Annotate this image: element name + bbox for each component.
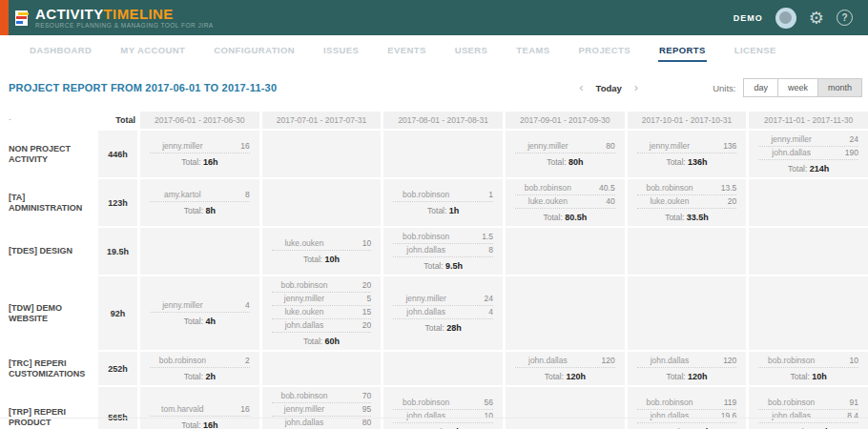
- user-entry: jenny.miller136: [637, 140, 737, 153]
- user-hours: 120: [702, 356, 736, 366]
- user-hours: 80: [337, 418, 371, 428]
- user-entry: jenny.miller4: [150, 299, 250, 313]
- period-cell-2: bob.robinson56john.dallas10Total: 66h: [383, 387, 503, 429]
- user-name: amy.kartol: [150, 190, 216, 200]
- app-window: ACTIVITYTIMELINE RESOURCE PLANNING & MAN…: [0, 0, 868, 429]
- app-logo[interactable]: ACTIVITYTIMELINE RESOURCE PLANNING & MAN…: [15, 7, 214, 30]
- nav-item-projects[interactable]: PROJECTS: [578, 39, 631, 62]
- user-entry: jenny.miller24: [758, 133, 858, 147]
- user-name: bob.robinson: [515, 183, 581, 194]
- user-hours: 5: [337, 294, 371, 304]
- period-cell-5: [749, 228, 868, 275]
- today-button[interactable]: Today: [596, 83, 622, 93]
- user-hours: 1.5: [459, 232, 493, 242]
- prev-period-icon[interactable]: ‹: [579, 83, 583, 92]
- user-entry: john.dallas10: [393, 410, 493, 423]
- cell-total: Total: 28h: [393, 319, 493, 334]
- user-name: jenny.miller: [637, 141, 703, 152]
- project-total: 446h: [98, 131, 137, 177]
- user-avatar[interactable]: [775, 8, 796, 29]
- period-cell-4: john.dallas120Total: 120h: [628, 352, 747, 385]
- user-entry: bob.robinson13.5: [637, 182, 737, 195]
- user-hours: 40: [581, 196, 615, 207]
- settings-gear-icon[interactable]: ⚙: [809, 10, 824, 27]
- period-header-3: 2017-09-01 - 2017-09-30: [506, 112, 625, 129]
- user-hours: 120: [581, 356, 615, 366]
- nav-item-teams[interactable]: TEAMS: [515, 39, 550, 62]
- period-cell-5: bob.robinson91john.dallas8.4Total: 99.4h: [749, 387, 868, 429]
- user-name: john.dallas: [272, 418, 338, 428]
- nav-item-issues[interactable]: ISSUES: [322, 39, 360, 62]
- user-name: john.dallas: [758, 148, 824, 158]
- user-name: john.dallas: [637, 356, 703, 366]
- user-entry: john.dallas120: [637, 355, 737, 368]
- cell-total: Total: 138.6h: [637, 423, 737, 429]
- project-total: 252h: [98, 352, 137, 385]
- user-name: john.dallas: [393, 245, 459, 255]
- user-name: bob.robinson: [393, 190, 459, 200]
- user-hours: 1: [459, 190, 493, 200]
- period-cell-3: john.dallas120Total: 120h: [506, 352, 625, 385]
- user-name: bob.robinson: [393, 398, 459, 408]
- user-entry: luke.ouken15: [272, 306, 372, 319]
- user-name: bob.robinson: [637, 398, 703, 408]
- user-name: luke.ouken: [637, 196, 703, 207]
- user-name: luke.ouken: [272, 307, 338, 317]
- table-corner: -: [0, 112, 95, 129]
- user-entry: bob.robinson2: [150, 355, 250, 368]
- user-hours: 20: [337, 320, 371, 331]
- user-entry: bob.robinson70: [272, 390, 372, 403]
- user-hours: 10: [824, 356, 858, 366]
- user-name: jenny.miller: [150, 300, 216, 311]
- avatar-placeholder-icon: [779, 11, 792, 24]
- nav-item-configuration[interactable]: CONFIGURATION: [213, 39, 296, 62]
- unit-button-month[interactable]: month: [817, 78, 862, 97]
- help-icon[interactable]: ?: [837, 10, 853, 26]
- nav-item-reports[interactable]: REPORTS: [658, 39, 707, 62]
- accent-strip: [0, 0, 9, 35]
- nav-item-events[interactable]: EVENTS: [386, 39, 426, 62]
- cell-total: Total: 9.5h: [393, 257, 493, 272]
- user-name: john.dallas: [515, 356, 581, 366]
- user-hours: 24: [459, 294, 493, 304]
- user-entry: john.dallas120: [515, 355, 615, 368]
- period-cell-4: jenny.miller136Total: 136h: [628, 131, 747, 177]
- user-hours: 10: [337, 238, 371, 249]
- period-cell-5: bob.robinson10Total: 10h: [749, 352, 868, 385]
- user-name: jenny.miller: [272, 294, 338, 304]
- nav-item-users[interactable]: USERS: [454, 39, 489, 62]
- cell-total: Total: 10h: [758, 368, 858, 382]
- project-name: [TDES] DESIGN: [0, 228, 95, 275]
- cell-total: Total: 33.5h: [637, 209, 737, 223]
- nav-item-my-account[interactable]: MY ACCOUNT: [119, 39, 186, 62]
- period-cell-0: [140, 228, 259, 275]
- period-cell-3: [506, 387, 625, 429]
- project-total: 19.5h: [98, 228, 137, 275]
- user-entry: john.dallas8.4: [758, 410, 858, 423]
- project-total: 565h: [98, 387, 137, 429]
- user-entry: jenny.miller80: [515, 140, 615, 153]
- period-header-4: 2017-10-01 - 2017-10-31: [628, 112, 747, 129]
- period-cell-1: bob.robinson20jenny.miller5luke.ouken15j…: [262, 276, 382, 350]
- unit-buttons: dayweekmonth: [744, 78, 862, 97]
- unit-button-day[interactable]: day: [743, 78, 778, 97]
- period-cell-1: luke.ouken10Total: 10h: [262, 228, 382, 275]
- page-title: PROJECT REPORT FROM 2017-06-01 TO 2017-1…: [9, 82, 277, 93]
- user-entry: john.dallas19.6: [637, 410, 737, 423]
- nav-item-dashboard[interactable]: DASHBOARD: [29, 39, 93, 62]
- user-name: john.dallas: [393, 307, 459, 317]
- period-header-5: 2017-11-01 - 2017-11-30: [749, 112, 868, 129]
- unit-button-week[interactable]: week: [777, 78, 818, 97]
- nav-item-license[interactable]: LICENSE: [734, 39, 777, 62]
- brand: ACTIVITYTIMELINE RESOURCE PLANNING & MAN…: [35, 7, 214, 30]
- period-cell-4: bob.robinson119john.dallas19.6Total: 138…: [628, 387, 747, 429]
- period-cell-1: bob.robinson70jenny.miller95john.dallas8…: [262, 387, 382, 429]
- next-period-icon[interactable]: ›: [634, 83, 638, 92]
- period-cell-3: [506, 228, 625, 275]
- top-right-cluster: DEMO ⚙ ?: [734, 8, 853, 29]
- user-entry: bob.robinson1.5: [393, 231, 493, 244]
- user-name: bob.robinson: [272, 391, 338, 401]
- cell-total: Total: 2h: [150, 368, 250, 382]
- user-entry: bob.robinson1: [393, 189, 493, 202]
- user-name: john.dallas: [272, 320, 338, 331]
